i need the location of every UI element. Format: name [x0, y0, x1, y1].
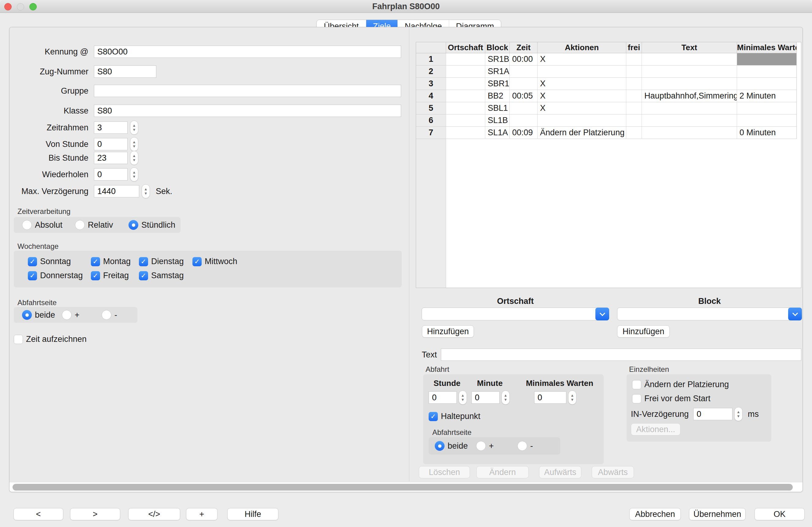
stepper-down-icon[interactable]: ▼	[737, 414, 740, 418]
cell-aktionen[interactable]: X	[538, 90, 626, 102]
cell-zeit[interactable]	[510, 66, 538, 78]
scrollbar-thumb[interactable]	[13, 484, 793, 490]
stunde-input[interactable]	[429, 391, 457, 404]
radio-icon[interactable]	[62, 310, 72, 320]
checkbox-haltepunkt[interactable]: ✓ Haltepunkt	[429, 412, 480, 421]
table-row[interactable]: 4 BB2 00:05 X Hauptbahnhof,Simmering 2 M…	[416, 90, 797, 102]
gruppe-input[interactable]	[94, 85, 401, 97]
cell-ortschaft[interactable]	[446, 114, 485, 127]
cell-frei[interactable]	[626, 102, 642, 114]
kennung-input[interactable]	[94, 46, 401, 58]
cell-zeit[interactable]	[510, 78, 538, 90]
bis-stunde-input[interactable]	[94, 152, 128, 164]
cell-text[interactable]	[642, 114, 737, 127]
cell-minimales-warten[interactable]	[737, 102, 797, 114]
cell-aktionen[interactable]	[538, 114, 626, 127]
cell-ortschaft[interactable]	[446, 78, 485, 90]
cell-num[interactable]: 7	[416, 127, 446, 139]
checkbox-montag[interactable]: ✓ Montag	[91, 257, 131, 266]
stepper-up-icon[interactable]: ▲	[461, 393, 465, 398]
cell-zeit[interactable]	[510, 114, 538, 127]
stepper-down-icon[interactable]: ▼	[132, 174, 136, 179]
abbrechen-button[interactable]: Abbrechen	[629, 508, 681, 520]
radio-beide[interactable]: beide	[22, 310, 55, 320]
stepper-down-icon[interactable]: ▼	[132, 144, 136, 148]
radio-icon[interactable]	[476, 441, 486, 451]
stepper-down-icon[interactable]: ▼	[144, 191, 148, 196]
checkbox-donnerstag[interactable]: ✓ Donnerstag	[28, 271, 83, 280]
horizontal-scrollbar[interactable]	[10, 482, 802, 492]
cell-aktionen[interactable]: X	[538, 78, 626, 90]
cell-num[interactable]: 3	[416, 78, 446, 90]
stunde-stepper[interactable]: ▲▼	[459, 390, 467, 404]
cell-num[interactable]: 5	[416, 102, 446, 114]
table-row[interactable]: 7 SL1A 00:09 Ändern der Platzierung 0 Mi…	[416, 127, 797, 139]
cell-num[interactable]: 4	[416, 90, 446, 102]
checkbox-icon[interactable]: ✓	[14, 335, 23, 344]
stepper-down-icon[interactable]: ▼	[132, 158, 136, 162]
checkbox-icon[interactable]: ✓	[632, 380, 641, 389]
combo-dropdown-button[interactable]	[595, 308, 609, 321]
checkbox-freitag[interactable]: ✓ Freitag	[91, 271, 129, 280]
cell-frei[interactable]	[626, 53, 642, 66]
stepper-up-icon[interactable]: ▲	[132, 170, 136, 174]
stepper-up-icon[interactable]: ▲	[132, 123, 136, 128]
cell-minimales-warten[interactable]: 2 Minuten	[737, 90, 797, 102]
radio-plus[interactable]: +	[476, 441, 494, 451]
radio-minus[interactable]: -	[517, 441, 533, 451]
radio-plus[interactable]: +	[62, 310, 79, 320]
stepper-up-icon[interactable]: ▲	[144, 187, 148, 191]
radio-relativ[interactable]: Relativ	[75, 220, 113, 230]
checkbox-icon[interactable]: ✓	[429, 412, 438, 421]
checkbox-icon[interactable]: ✓	[91, 257, 100, 266]
checkbox-sonntag[interactable]: ✓ Sonntag	[28, 257, 71, 266]
checkbox-aendern-platzierung[interactable]: ✓ Ändern der Platzierung	[632, 380, 729, 389]
cell-frei[interactable]	[626, 78, 642, 90]
cell-block[interactable]: SL1B	[485, 114, 510, 127]
cell-ortschaft[interactable]	[446, 90, 485, 102]
cell-aktionen[interactable]: Ändern der Platzierung	[538, 127, 626, 139]
max-verzoegerung-input[interactable]	[94, 185, 139, 197]
uebernehmen-button[interactable]: Übernehmen	[689, 508, 745, 520]
table-row[interactable]: 6 SL1B	[416, 114, 797, 127]
text-input[interactable]	[441, 348, 801, 361]
cell-minimales-warten[interactable]	[737, 66, 797, 78]
table-row[interactable]: 2 SR1A	[416, 66, 797, 78]
block-combo[interactable]	[617, 308, 802, 321]
cell-frei[interactable]	[626, 127, 642, 139]
hinzufuegen-block-button[interactable]: Hinzufügen	[617, 325, 670, 338]
cell-text[interactable]: Hauptbahnhof,Simmering	[642, 90, 737, 102]
von-stunde-input[interactable]	[94, 138, 128, 150]
hinzufuegen-ortschaft-button[interactable]: Hinzufügen	[422, 325, 474, 338]
stepper-down-icon[interactable]: ▼	[570, 398, 574, 402]
table-row[interactable]: 1 SR1B 00:00 X	[416, 53, 797, 66]
in-verzoegerung-input[interactable]	[693, 408, 733, 420]
radio-minus[interactable]: -	[102, 310, 117, 320]
checkbox-icon[interactable]: ✓	[192, 257, 202, 266]
zugnummer-input[interactable]	[94, 66, 156, 78]
cell-ortschaft[interactable]	[446, 127, 485, 139]
checkbox-icon[interactable]: ✓	[28, 257, 37, 266]
table-row[interactable]: 3 SBR1 X	[416, 78, 797, 90]
checkbox-icon[interactable]: ✓	[139, 271, 148, 280]
aufwaerts-button[interactable]: Aufwärts	[539, 466, 581, 478]
zeitrahmen-stepper[interactable]: ▲▼	[130, 120, 138, 135]
stepper-up-icon[interactable]: ▲	[132, 154, 136, 158]
close-window-icon[interactable]	[4, 3, 12, 10]
cell-text[interactable]	[642, 53, 737, 66]
checkbox-frei-vor-start[interactable]: ✓ Frei vor dem Start	[632, 394, 710, 403]
stepper-down-icon[interactable]: ▼	[132, 128, 136, 132]
checkbox-icon[interactable]: ✓	[91, 271, 100, 280]
cell-num[interactable]: 1	[416, 53, 446, 66]
radio-beide[interactable]: beide	[435, 441, 468, 451]
aendern-button[interactable]: Ändern	[476, 466, 529, 478]
loeschen-button[interactable]: Löschen	[419, 466, 470, 478]
checkbox-icon[interactable]: ✓	[632, 394, 641, 403]
cell-ortschaft[interactable]	[446, 53, 485, 66]
cell-num[interactable]: 6	[416, 114, 446, 127]
cell-zeit[interactable]	[510, 102, 538, 114]
minute-stepper[interactable]: ▲▼	[502, 390, 510, 404]
stepper-up-icon[interactable]: ▲	[737, 410, 740, 414]
stepper-up-icon[interactable]: ▲	[504, 393, 508, 398]
ortschaft-combo[interactable]	[422, 308, 609, 321]
